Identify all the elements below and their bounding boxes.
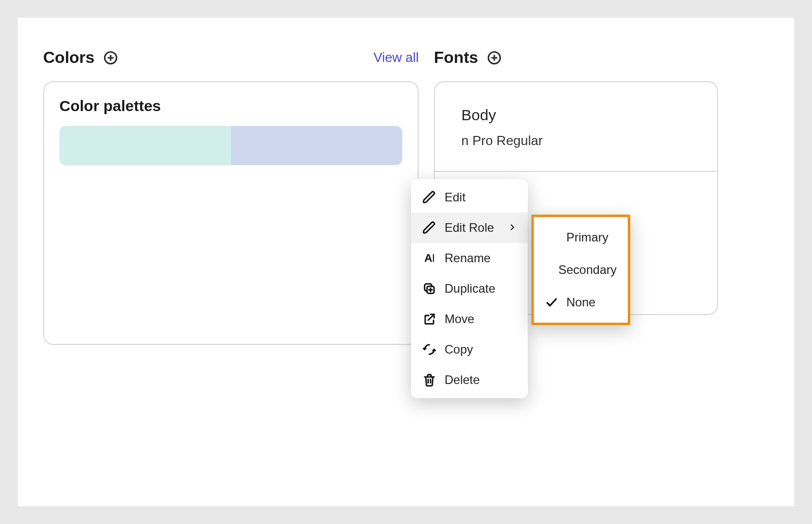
submenu-item-secondary[interactable]: Secondary <box>534 254 628 286</box>
submenu-label-primary: Primary <box>566 230 608 244</box>
menu-label-edit-role: Edit Role <box>445 221 494 235</box>
submenu-item-none[interactable]: None <box>534 286 628 319</box>
colors-title: Colors <box>43 48 94 67</box>
menu-label-rename: Rename <box>445 251 491 265</box>
menu-item-edit[interactable]: Edit <box>411 182 528 213</box>
fonts-title-group: Fonts <box>434 48 502 67</box>
rename-icon: AI <box>422 251 436 265</box>
plus-circle-icon <box>487 51 501 65</box>
submenu-label-secondary: Secondary <box>558 263 617 277</box>
plus-circle-icon <box>104 51 118 65</box>
fonts-title: Fonts <box>434 48 478 67</box>
add-color-button[interactable] <box>103 50 119 66</box>
pencil-icon <box>422 190 436 204</box>
colors-section: Colors View all Color palettes <box>43 48 419 345</box>
menu-label-duplicate: Duplicate <box>445 282 495 296</box>
menu-label-copy: Copy <box>445 342 473 357</box>
check-icon <box>545 296 558 309</box>
move-icon <box>422 312 436 326</box>
fonts-header: Fonts <box>434 48 769 67</box>
submenu-label-none: None <box>566 295 595 309</box>
pencil-icon <box>422 221 436 235</box>
sections-row: Colors View all Color palettes Fonts <box>43 48 769 345</box>
view-all-link[interactable]: View all <box>374 50 419 65</box>
context-menu: Edit Edit Role AI Rename Duplicate Mov <box>411 179 528 398</box>
color-palette-bar[interactable] <box>59 126 402 165</box>
menu-item-move[interactable]: Move <box>411 304 528 334</box>
menu-item-rename[interactable]: AI Rename <box>411 243 528 273</box>
menu-item-duplicate[interactable]: Duplicate <box>411 273 528 304</box>
menu-item-edit-role[interactable]: Edit Role <box>411 213 528 243</box>
submenu-item-primary[interactable]: Primary <box>534 221 628 254</box>
menu-label-edit: Edit <box>445 190 465 204</box>
colors-title-group: Colors <box>43 48 119 67</box>
app-canvas: Colors View all Color palettes Fonts <box>18 18 794 506</box>
font-entry[interactable]: Body n Pro Regular <box>450 97 702 149</box>
color-swatch-2[interactable] <box>231 126 402 165</box>
copy-icon <box>422 342 436 357</box>
add-font-button[interactable] <box>486 50 502 66</box>
trash-icon <box>422 373 436 387</box>
colors-card: Color palettes <box>43 81 419 345</box>
chevron-right-icon <box>507 221 517 235</box>
menu-label-delete: Delete <box>445 373 480 387</box>
menu-item-delete[interactable]: Delete <box>411 365 528 395</box>
color-palettes-title: Color palettes <box>59 97 402 115</box>
font-name-label: n Pro Regular <box>461 133 702 149</box>
duplicate-icon <box>422 282 436 296</box>
edit-role-submenu: Primary Secondary None <box>531 215 630 325</box>
menu-item-copy[interactable]: Copy <box>411 334 528 365</box>
colors-header: Colors View all <box>43 48 419 67</box>
font-role-label: Body <box>461 107 702 124</box>
color-swatch-1[interactable] <box>60 126 231 165</box>
menu-label-move: Move <box>445 312 475 326</box>
